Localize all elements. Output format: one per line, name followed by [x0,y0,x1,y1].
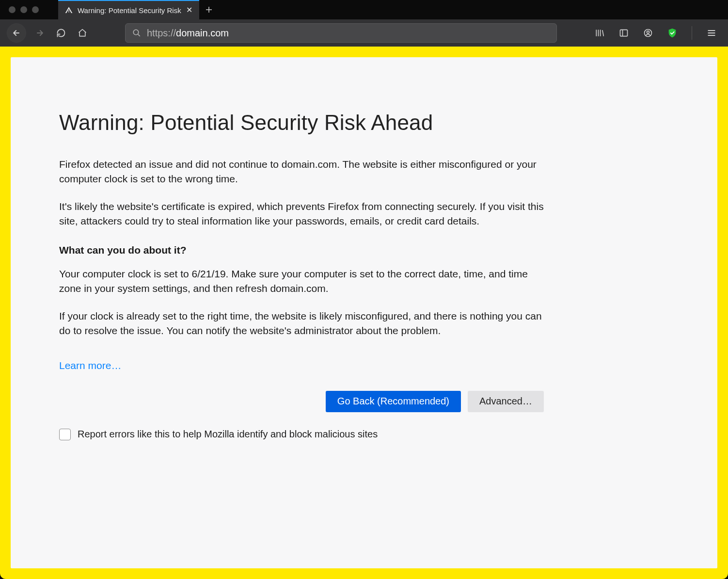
tab-title: Warning: Potential Security Risk [78,6,181,15]
nav-toolbar: https://domain.com [0,19,728,47]
window-minimize-dot[interactable] [20,6,27,13]
protection-shield-icon[interactable] [665,25,680,41]
svg-rect-1 [620,30,628,36]
page-title: Warning: Potential Security Risk Ahead [59,111,544,135]
url-bar[interactable]: https://domain.com [125,23,557,43]
advanced-button[interactable]: Advanced… [468,391,544,412]
browser-window: Warning: Potential Security Risk ✕ [0,0,728,579]
tab-close-icon[interactable]: ✕ [186,6,192,14]
button-row: Go Back (Recommended) Advanced… [59,391,544,412]
svg-point-0 [133,30,139,35]
subheading: What can you do about it? [59,244,544,256]
warning-paragraph-2: It's likely the website's certificate is… [59,199,544,229]
titlebar: Warning: Potential Security Risk ✕ [0,0,728,19]
reload-button[interactable] [53,25,69,41]
content-viewport: Warning: Potential Security Risk Ahead F… [0,47,728,579]
svg-point-3 [647,31,649,33]
warning-triangle-icon [65,6,73,14]
back-button[interactable] [7,23,26,43]
warning-paragraph-4: If your clock is already set to the righ… [59,309,544,338]
url-host: domain.com [176,28,229,38]
forward-button[interactable] [32,25,47,41]
tab-active[interactable]: Warning: Potential Security Risk ✕ [58,0,199,19]
window-zoom-dot[interactable] [32,6,39,13]
report-label: Report errors like this to help Mozilla … [78,429,378,440]
security-warning-page: Warning: Potential Security Risk Ahead F… [11,57,717,568]
sidebar-icon[interactable] [616,25,632,41]
menu-icon[interactable] [704,25,719,41]
toolbar-separator [692,26,692,40]
tabstrip: Warning: Potential Security Risk ✕ [58,0,219,19]
new-tab-button[interactable] [199,0,219,19]
window-close-dot[interactable] [9,6,16,13]
library-icon[interactable] [592,25,607,41]
home-button[interactable] [75,25,90,41]
account-icon[interactable] [640,25,656,41]
url-text[interactable]: https://domain.com [147,28,550,39]
report-checkbox[interactable] [59,429,71,440]
search-icon [132,29,141,37]
url-scheme: https:// [147,28,176,38]
warning-paragraph-1: Firefox detected an issue and did not co… [59,157,544,187]
go-back-button[interactable]: Go Back (Recommended) [326,391,461,412]
window-controls [0,6,39,13]
learn-more-link[interactable]: Learn more… [59,360,121,371]
warning-paragraph-3: Your computer clock is set to 6/21/19. M… [59,267,544,296]
report-row: Report errors like this to help Mozilla … [59,429,544,440]
toolbar-right-icons [592,25,719,41]
